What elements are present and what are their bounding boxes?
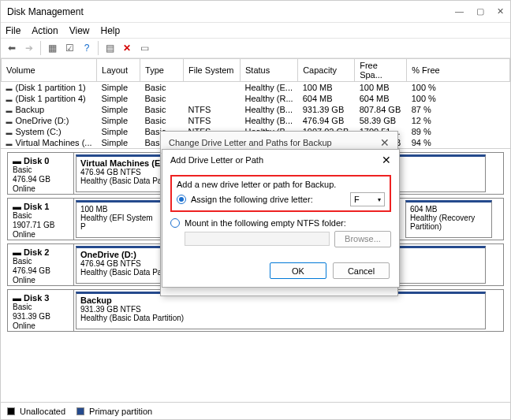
col-type: Type bbox=[140, 59, 184, 82]
close-button[interactable]: ✕ bbox=[497, 6, 504, 17]
maximize-button[interactable]: ▢ bbox=[476, 6, 484, 17]
col-layout: Layout bbox=[97, 59, 140, 82]
partition[interactable]: 604 MBHealthy (Recovery Partition) bbox=[405, 200, 492, 238]
col-volume: Volume bbox=[2, 59, 97, 82]
legend-primary: Primary partition bbox=[89, 407, 152, 416]
change-letter-title: Change Drive Letter and Paths for Backup bbox=[169, 138, 332, 147]
partition[interactable]: 100 MBHealthy (EFI System P bbox=[76, 200, 162, 238]
drive-letter-select[interactable]: F▾ bbox=[350, 192, 385, 206]
menu-file[interactable]: File bbox=[6, 25, 21, 36]
legend-unallocated: Unallocated bbox=[20, 407, 65, 416]
delete-icon[interactable]: ✕ bbox=[119, 40, 135, 56]
title-bar: Disk Management — ▢ ✕ bbox=[1, 1, 510, 23]
cancel-button[interactable]: Cancel bbox=[333, 262, 390, 279]
mount-folder-radio[interactable] bbox=[170, 218, 180, 228]
column-headers[interactable]: Volume Layout Type File System Status Ca… bbox=[2, 59, 510, 82]
chevron-down-icon: ▾ bbox=[378, 196, 381, 203]
mount-path-input bbox=[185, 232, 330, 246]
mount-folder-label: Mount in the following empty NTFS folder… bbox=[185, 218, 346, 228]
legend: Unallocated Primary partition bbox=[1, 402, 510, 419]
volume-row[interactable]: BackupSimpleBasicNTFSHealthy (B...931.39… bbox=[2, 104, 510, 115]
partition[interactable]: Backup931.39 GB NTFSHealthy (Basic Data … bbox=[76, 292, 486, 329]
add-letter-prompt: Add a new drive letter or path for Backu… bbox=[177, 180, 385, 189]
col-capacity: Capacity bbox=[298, 59, 355, 82]
refresh-icon[interactable]: ☑ bbox=[62, 40, 77, 56]
assign-letter-radio[interactable] bbox=[177, 195, 186, 204]
menu-view[interactable]: View bbox=[69, 25, 90, 36]
col-fs: File System bbox=[184, 59, 241, 82]
ok-button[interactable]: OK bbox=[270, 262, 326, 279]
action-icon[interactable]: ▤ bbox=[102, 40, 117, 56]
col-status: Status bbox=[241, 59, 298, 82]
highlighted-option: Add a new drive letter or path for Backu… bbox=[170, 175, 391, 212]
view-icon[interactable]: ▦ bbox=[44, 40, 60, 56]
col-pct: % Free bbox=[407, 59, 510, 82]
volume-row[interactable]: (Disk 1 partition 1)SimpleBasicHealthy (… bbox=[2, 82, 510, 94]
forward-icon[interactable]: ➔ bbox=[21, 40, 37, 56]
add-drive-letter-dialog: Add Drive Letter or Path ✕ Add a new dri… bbox=[162, 149, 400, 288]
toolbar: ⬅ ➔ ▦ ☑ ? ▤ ✕ ▭ bbox=[1, 38, 510, 58]
menu-action[interactable]: Action bbox=[32, 25, 58, 36]
add-letter-title: Add Drive Letter or Path bbox=[170, 155, 263, 165]
properties-icon[interactable]: ▭ bbox=[136, 40, 152, 56]
menu-bar: File Action View Help bbox=[1, 23, 510, 38]
volume-row[interactable]: OneDrive (D:)SimpleBasicNTFSHealthy (B..… bbox=[2, 115, 510, 126]
close-icon[interactable]: ✕ bbox=[382, 154, 391, 166]
assign-letter-label: Assign the following drive letter: bbox=[191, 195, 345, 204]
minimize-button[interactable]: — bbox=[455, 6, 464, 17]
col-free: Free Spa... bbox=[355, 59, 407, 82]
window-title: Disk Management bbox=[7, 6, 84, 17]
volume-row[interactable]: (Disk 1 partition 4)SimpleBasicHealthy (… bbox=[2, 93, 510, 104]
help-icon[interactable]: ? bbox=[79, 40, 95, 56]
menu-help[interactable]: Help bbox=[101, 25, 121, 36]
back-icon[interactable]: ⬅ bbox=[4, 40, 20, 56]
close-icon[interactable]: ✕ bbox=[380, 136, 390, 149]
browse-button: Browse... bbox=[334, 231, 391, 247]
